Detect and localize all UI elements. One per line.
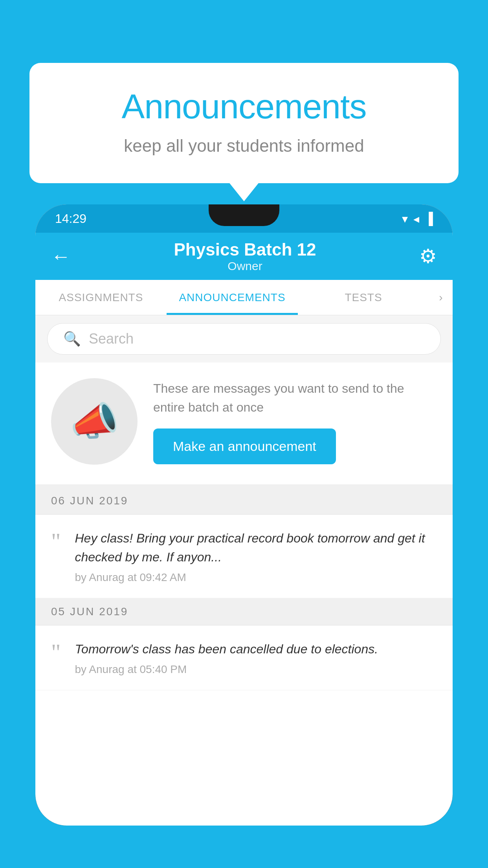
tab-tests[interactable]: TESTS (298, 280, 429, 315)
date-separator-1: 06 JUN 2019 (35, 487, 453, 515)
phone-frame: 14:29 ▾ ◂ ▐ ← Physics Batch 12 Owner ⚙ (35, 204, 453, 826)
status-bar: 14:29 ▾ ◂ ▐ (35, 204, 453, 233)
search-bar[interactable]: 🔍 Search (47, 323, 441, 355)
announcement-meta-1: by Anurag at 09:42 AM (75, 571, 437, 584)
search-icon: 🔍 (63, 331, 81, 347)
bubble-subtitle: keep all your students informed (61, 136, 427, 156)
battery-icon: ▐ (425, 212, 433, 225)
tabs-bar: ASSIGNMENTS ANNOUNCEMENTS TESTS › (35, 280, 453, 315)
bubble-title: Announcements (61, 86, 427, 127)
promo-content: These are messages you want to send to t… (153, 379, 437, 464)
promo-description: These are messages you want to send to t… (153, 379, 437, 417)
status-icons: ▾ ◂ ▐ (402, 212, 433, 226)
tab-more[interactable]: › (429, 280, 453, 315)
notch (209, 204, 279, 226)
announcement-content-2: Tomorrow's class has been cancelled due … (75, 640, 437, 676)
header-title: Physics Batch 12 (174, 240, 316, 259)
phone-screen: 14:29 ▾ ◂ ▐ ← Physics Batch 12 Owner ⚙ (35, 204, 453, 826)
promo-section: 📣 These are messages you want to send to… (35, 362, 453, 487)
announcement-content-1: Hey class! Bring your practical record b… (75, 529, 437, 584)
app-header: ← Physics Batch 12 Owner ⚙ (35, 233, 453, 280)
announcement-text-2: Tomorrow's class has been cancelled due … (75, 640, 437, 658)
speech-bubble-container: Announcements keep all your students inf… (29, 63, 459, 183)
settings-icon[interactable]: ⚙ (419, 245, 437, 268)
promo-icon-circle: 📣 (51, 378, 138, 465)
tab-assignments[interactable]: ASSIGNMENTS (35, 280, 167, 315)
announcement-item-2[interactable]: " Tomorrow's class has been cancelled du… (35, 625, 453, 690)
wifi-icon: ▾ (402, 212, 408, 226)
signal-icon: ◂ (413, 212, 419, 226)
megaphone-icon: 📣 (70, 398, 119, 445)
make-announcement-button[interactable]: Make an announcement (153, 428, 336, 464)
tab-announcements[interactable]: ANNOUNCEMENTS (167, 280, 298, 315)
announcement-text-1: Hey class! Bring your practical record b… (75, 529, 437, 566)
header-center: Physics Batch 12 Owner (174, 240, 316, 273)
search-placeholder: Search (89, 331, 134, 347)
announcement-item-1[interactable]: " Hey class! Bring your practical record… (35, 515, 453, 598)
date-label-1: 06 JUN 2019 (51, 495, 128, 507)
header-subtitle: Owner (174, 259, 316, 273)
phone-container: 14:29 ▾ ◂ ▐ ← Physics Batch 12 Owner ⚙ (35, 204, 453, 868)
search-container: 🔍 Search (35, 315, 453, 362)
status-time: 14:29 (55, 211, 86, 226)
date-separator-2: 05 JUN 2019 (35, 598, 453, 625)
speech-bubble: Announcements keep all your students inf… (29, 63, 459, 183)
back-button[interactable]: ← (51, 246, 71, 266)
date-label-2: 05 JUN 2019 (51, 605, 128, 618)
quote-icon-1: " (51, 532, 61, 551)
announcement-meta-2: by Anurag at 05:40 PM (75, 663, 437, 676)
quote-icon-2: " (51, 643, 61, 662)
